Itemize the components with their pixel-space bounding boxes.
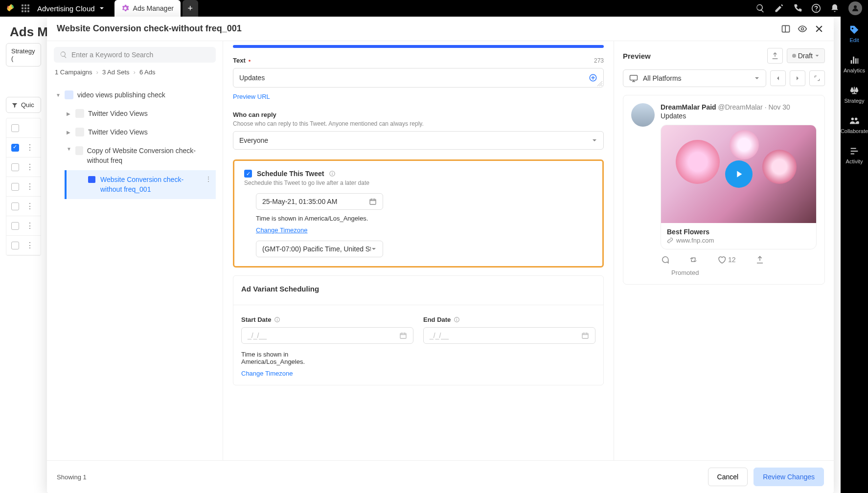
- prev-button[interactable]: [770, 70, 786, 86]
- crumb-ads[interactable]: 6 Ads: [139, 68, 156, 76]
- row-more[interactable]: ⋮: [26, 143, 34, 152]
- status-dropdown[interactable]: Draft: [787, 48, 825, 63]
- chevron-down-icon: [371, 246, 377, 252]
- timezone-select[interactable]: (GMT-07:00) Pacific Time, United St: [256, 241, 383, 257]
- help-icon[interactable]: [811, 3, 821, 13]
- desktop-icon: [629, 74, 638, 83]
- table-row[interactable]: ⋮: [6, 197, 41, 216]
- table-row[interactable]: [6, 118, 41, 138]
- crumb-campaigns[interactable]: 1 Campaigns: [55, 68, 92, 76]
- row-checkbox[interactable]: [11, 242, 19, 249]
- start-date-label: Start Date: [241, 316, 413, 323]
- schedule-checkbox[interactable]: ✓: [244, 170, 252, 178]
- preview-pane: Preview Draft: [614, 41, 834, 460]
- rail-strategy[interactable]: Strategy: [845, 85, 865, 104]
- table-row[interactable]: ⋮: [6, 216, 41, 236]
- text-label: Text•: [233, 57, 251, 64]
- svg-rect-6: [370, 199, 376, 204]
- tree-ad-selected[interactable]: Website Conversion check-without freq_00…: [65, 170, 216, 199]
- adset-icon: [75, 128, 84, 136]
- like-button[interactable]: 12: [717, 255, 736, 264]
- table-row[interactable]: ⋮: [6, 236, 41, 255]
- tree-adset[interactable]: ▼ Copy of Website Conversion check-witho…: [65, 141, 216, 170]
- reply-select[interactable]: Everyone: [233, 131, 604, 150]
- upload-icon: [771, 52, 779, 60]
- panel-icon[interactable]: [781, 24, 791, 34]
- edit-icon[interactable]: [774, 3, 784, 13]
- export-button[interactable]: [767, 48, 783, 64]
- row-list: ⋮ ⋮ ⋮ ⋮ ⋮ ⋮: [6, 118, 41, 256]
- end-date-input[interactable]: _/_/__: [423, 327, 595, 344]
- plus-circle-icon[interactable]: [589, 73, 597, 82]
- resize-handle-icon[interactable]: [597, 81, 602, 86]
- row-checkbox[interactable]: [11, 163, 19, 171]
- tweet-avatar: [631, 103, 655, 127]
- start-date-input[interactable]: _/_/__: [241, 327, 413, 344]
- reply-icon[interactable]: [661, 255, 669, 264]
- row-checkbox[interactable]: [11, 144, 19, 152]
- modal-sidebar: Enter a Keyword to Search 1 Campaigns › …: [47, 41, 223, 460]
- row-more[interactable]: ⋮: [26, 182, 34, 191]
- search-icon: [60, 51, 68, 59]
- user-avatar[interactable]: [848, 1, 862, 15]
- tab-strip: Ads Manager +: [114, 0, 198, 17]
- tweet-text-input[interactable]: Updates: [233, 68, 604, 88]
- tree-campaign[interactable]: ▼ video views publishing check: [54, 86, 216, 104]
- row-checkbox[interactable]: [11, 183, 19, 191]
- tree-adset[interactable]: ▶ Twitter Video Views: [65, 104, 216, 123]
- workspace-dropdown[interactable]: Advertising Cloud: [37, 4, 105, 13]
- rail-edit[interactable]: Edit: [849, 24, 860, 43]
- reply-help: Choose who can reply to this Tweet. Anyo…: [233, 120, 604, 127]
- variant-change-tz-link[interactable]: Change Timezone: [241, 370, 293, 377]
- schedule-help: Sechedule this Tweet to go live after a …: [244, 179, 593, 186]
- rail-analytics[interactable]: Analytics: [844, 55, 865, 73]
- change-timezone-link[interactable]: Change Timezone: [256, 226, 308, 234]
- cancel-button[interactable]: Cancel: [708, 468, 748, 486]
- more-icon[interactable]: ⋮: [205, 175, 212, 183]
- row-checkbox[interactable]: [11, 124, 19, 132]
- row-more[interactable]: ⋮: [26, 241, 34, 250]
- phone-icon[interactable]: [793, 3, 802, 13]
- info-icon[interactable]: [274, 316, 280, 323]
- row-more[interactable]: ⋮: [26, 202, 34, 211]
- rail-collaborate[interactable]: Collaborate: [841, 115, 868, 134]
- retweet-icon[interactable]: [689, 255, 698, 264]
- tweet-media-card[interactable]: Best Flowers www.fnp.com: [661, 125, 817, 249]
- row-checkbox[interactable]: [11, 202, 19, 210]
- info-icon[interactable]: [454, 316, 460, 323]
- quick-filter-chip[interactable]: Quic: [6, 97, 41, 113]
- row-more[interactable]: ⋮: [26, 162, 34, 172]
- eye-icon[interactable]: [798, 24, 807, 34]
- tree-adset[interactable]: ▶ Twitter Video Views: [65, 123, 216, 141]
- play-icon: [725, 160, 753, 188]
- bell-icon[interactable]: [830, 3, 840, 13]
- table-row[interactable]: ⋮: [6, 138, 41, 157]
- tab-ads-manager[interactable]: Ads Manager: [114, 0, 181, 17]
- share-icon[interactable]: [755, 255, 764, 264]
- review-changes-button[interactable]: Review Changes: [754, 468, 824, 486]
- apps-launcher-icon[interactable]: [22, 4, 29, 12]
- row-checkbox[interactable]: [11, 222, 19, 230]
- arrow-up-right-icon: [661, 269, 667, 276]
- modal-footer: Showing 1 Cancel Review Changes: [47, 460, 834, 493]
- info-icon[interactable]: [329, 170, 336, 177]
- svg-rect-8: [400, 333, 406, 338]
- search-icon[interactable]: [755, 3, 765, 13]
- new-tab-button[interactable]: +: [183, 0, 198, 17]
- calendar-icon: [581, 332, 589, 339]
- row-more[interactable]: ⋮: [26, 221, 34, 230]
- status-dot-icon: [792, 54, 796, 58]
- close-icon[interactable]: [814, 24, 824, 34]
- expand-button[interactable]: [809, 70, 825, 86]
- schedule-datetime-input[interactable]: 25-May-21, 01:35:00 AM: [256, 193, 383, 210]
- platform-select[interactable]: All Platforms: [623, 69, 766, 87]
- table-row[interactable]: ⋮: [6, 177, 41, 197]
- rail-activity[interactable]: Activity: [846, 146, 863, 164]
- strategy-chip[interactable]: Strategy (: [6, 43, 41, 67]
- crumb-adsets[interactable]: 3 Ad Sets: [102, 68, 130, 76]
- tweet-date: Nov 30: [768, 103, 790, 111]
- next-button[interactable]: [790, 70, 805, 86]
- preview-url-link[interactable]: Preview URL: [233, 93, 270, 100]
- search-input[interactable]: Enter a Keyword to Search: [54, 47, 216, 63]
- table-row[interactable]: ⋮: [6, 157, 41, 177]
